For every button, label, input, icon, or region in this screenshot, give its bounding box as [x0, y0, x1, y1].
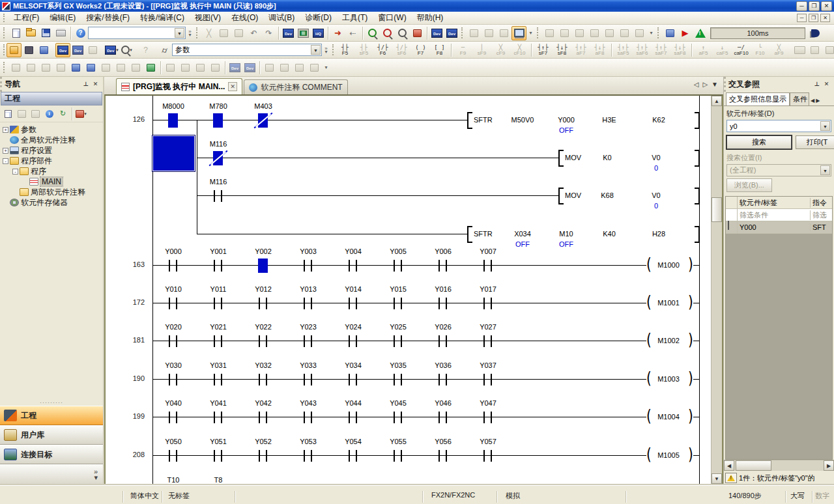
jump-back-icon[interactable]: ⇠ — [345, 26, 360, 40]
search-gray-icon[interactable] — [395, 26, 410, 40]
ladder-key-cF9[interactable]: ╳cF9 — [491, 42, 510, 57]
contact-Y031[interactable] — [211, 372, 225, 387]
quick-find-combobox[interactable]: ▼ — [88, 27, 186, 39]
tree-expander-icon[interactable]: - — [3, 158, 8, 164]
mdi-restore-button[interactable]: ❐ — [809, 14, 818, 22]
debug-overflow-icon[interactable]: ▾ — [647, 26, 655, 40]
monitor-overflow-icon[interactable]: ▾ — [526, 26, 535, 40]
scroll-down-icon[interactable]: ▼ — [712, 473, 722, 484]
coil-label[interactable]: M1003 — [649, 375, 688, 383]
monitor-mode-icon[interactable] — [511, 26, 526, 40]
scan-time-setting-icon[interactable] — [808, 26, 823, 40]
contact-Y042[interactable] — [256, 410, 270, 425]
ladder-key-sF9[interactable]: │sF9 — [472, 42, 491, 57]
contact-Y026[interactable] — [436, 333, 450, 349]
device-replace-icon[interactable]: HQ — [311, 26, 326, 40]
window-arrange-icon[interactable] — [496, 26, 511, 40]
device-batch-icon[interactable]: Dev — [444, 26, 459, 40]
device-comment-find-icon[interactable]: Dev — [55, 43, 70, 57]
ladder-key-cF10[interactable]: ╳cF10 — [510, 42, 529, 57]
window-cascade-icon[interactable] — [467, 26, 482, 40]
contact-Y013[interactable] — [301, 296, 315, 311]
ladder-key-caF10[interactable]: ─/caF10 — [732, 42, 751, 57]
contact-Y050[interactable] — [166, 448, 180, 464]
menu-item-4[interactable]: 视图(V) — [190, 11, 226, 25]
contact-Y047[interactable] — [481, 410, 495, 425]
statement-icon[interactable] — [128, 61, 143, 75]
contact-Y053[interactable] — [301, 448, 315, 464]
contact-Y012[interactable] — [256, 296, 270, 311]
contact-Y036[interactable] — [436, 372, 450, 387]
contact-Y032[interactable] — [256, 372, 270, 387]
xref-tab-info[interactable]: 交叉参照信息显示 — [726, 92, 790, 105]
open-project-icon[interactable] — [23, 26, 38, 40]
ladder-key-aF7[interactable]: ┤↑├aF7 — [571, 42, 590, 57]
contact-Y007[interactable] — [481, 258, 495, 273]
contact-Y035[interactable] — [391, 372, 405, 387]
tab-scroll-right-icon[interactable]: ▷ — [702, 81, 708, 88]
ladder-key-sF5[interactable]: ┤├sF5 — [354, 42, 373, 57]
contact-Y024[interactable] — [346, 333, 360, 349]
xref-search-button[interactable]: 搜索 — [726, 135, 792, 149]
coil-label[interactable]: M1005 — [649, 451, 688, 459]
device-grid-icon[interactable]: Dev — [70, 43, 85, 57]
mdi-close-button[interactable]: ✕ — [820, 14, 830, 22]
device-display-dropdown-icon[interactable]: Dev▾ — [104, 43, 119, 57]
menu-item-5[interactable]: 在线(O) — [226, 11, 263, 25]
ladder-key-F10[interactable]: └F10 — [751, 42, 769, 57]
contact-Y004[interactable] — [346, 258, 360, 273]
tree-expander-icon[interactable]: + — [3, 127, 8, 133]
operand[interactable]: K40 — [586, 230, 632, 238]
inline-st-icon[interactable] — [792, 43, 807, 57]
xref-horizontal-scrollbar[interactable]: ◀ ▶ — [724, 460, 834, 471]
xref-filter-instruction[interactable]: 筛选 — [811, 210, 832, 220]
nav-more-buttons[interactable]: »▾ — [0, 464, 103, 485]
instruction-MOV[interactable]: MOV — [565, 154, 581, 161]
ladder-key-saF5[interactable]: ┤↑├saF5 — [614, 42, 633, 57]
bracket2-icon[interactable] — [307, 61, 322, 75]
print-icon[interactable] — [53, 26, 68, 40]
ladder-key-F7[interactable]: ( )F7 — [411, 42, 430, 57]
contact-Y055[interactable] — [391, 448, 405, 464]
edit-mode-icon[interactable] — [807, 43, 822, 57]
insert-col-icon[interactable] — [38, 61, 53, 75]
xref-pin-icon[interactable]: ⊥ — [812, 80, 822, 89]
ladder-key-caF5[interactable]: ↓caF5 — [713, 42, 732, 57]
xref-tab-condition[interactable]: 条件 — [790, 92, 809, 105]
tree-item-MAIN[interactable]: +MAIN — [1, 176, 103, 187]
close-button[interactable]: ✕ — [821, 1, 832, 11]
restore-button[interactable]: ❐ — [809, 1, 820, 11]
ladder-key-sF8[interactable]: ┤↓├sF8 — [553, 42, 571, 57]
new-project-icon[interactable] — [8, 26, 23, 40]
find-target-combobox[interactable]: 参数▼ — [172, 44, 322, 56]
doc-gen-icon[interactable] — [113, 61, 128, 75]
ladder-key-saF7[interactable]: ┤↑├saF7 — [652, 42, 670, 57]
simulation-status-icon[interactable] — [693, 26, 708, 40]
contact-Y043[interactable] — [301, 410, 315, 425]
contact-Y046[interactable] — [436, 410, 450, 425]
tab-close-icon[interactable]: ✕ — [228, 82, 237, 91]
pin-icon[interactable]: ⊥ — [81, 80, 91, 89]
edit-cursor[interactable] — [152, 135, 195, 172]
contact-Y027[interactable] — [481, 333, 495, 349]
menu-item-0[interactable]: 工程(F) — [8, 11, 44, 25]
tab-device-comment[interactable]: 软元件注释 COMMENT — [244, 79, 347, 94]
contact-Y002[interactable] — [256, 258, 270, 273]
find-target-dropdown-icon[interactable]: ▼ — [311, 45, 321, 55]
contact-Y011[interactable] — [211, 296, 225, 311]
nav-refresh-icon[interactable]: ↻ — [56, 107, 70, 120]
list-view-icon[interactable] — [36, 43, 51, 57]
contact-Y000[interactable] — [166, 258, 180, 273]
device-search-dropdown-icon[interactable]: ▾ — [119, 43, 134, 57]
toolbar-overflow-icon[interactable]: »▾ — [186, 26, 194, 40]
contact-Y001[interactable] — [211, 258, 225, 273]
contact-Y022[interactable] — [256, 333, 270, 349]
xref-col-instruction[interactable]: 指令 — [811, 198, 832, 208]
watch-insert-icon[interactable] — [193, 61, 208, 75]
xref-filter-device[interactable]: 筛选条件 — [738, 210, 811, 220]
modify-value-icon[interactable] — [663, 26, 678, 40]
operand[interactable]: M50V0 — [500, 116, 545, 124]
tree-item-程序设置[interactable]: +程序设置 — [1, 145, 103, 156]
device-monitor1-icon[interactable]: Dev — [227, 61, 242, 75]
contact-Y030[interactable] — [166, 372, 180, 387]
